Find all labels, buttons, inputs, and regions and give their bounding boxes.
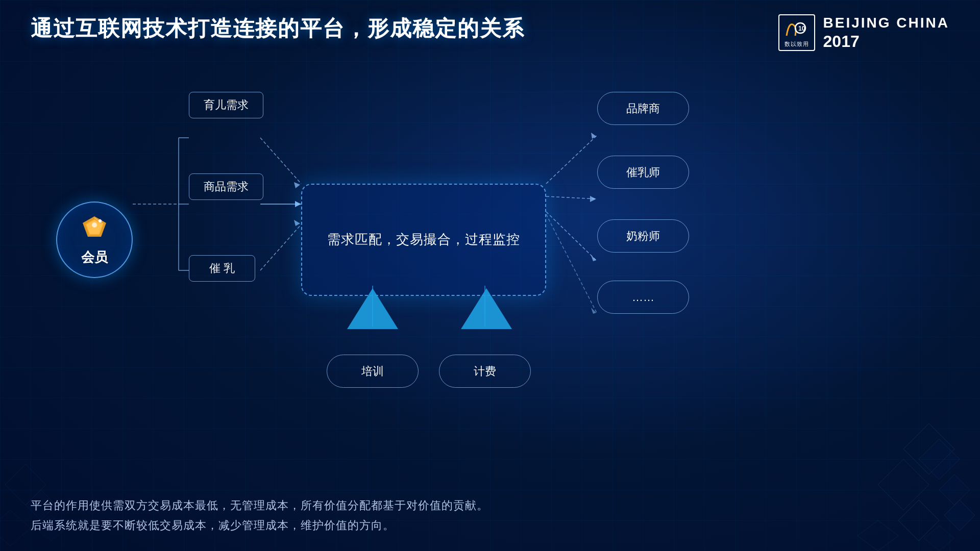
logo-text: BEIJING CHINA 2017 [823, 14, 949, 51]
logo-icon: 10 [784, 18, 810, 40]
svg-point-38 [92, 222, 97, 228]
svg-line-27 [546, 196, 597, 199]
logo-area: 10 数以致用 BEIJING CHINA 2017 [778, 14, 949, 51]
center-box: 需求匹配，交易撮合，过程监控 [301, 184, 546, 296]
right-ellipse-milk-powder: 奶粉师 [597, 219, 689, 253]
bottom-ellipse-training: 培训 [327, 355, 419, 388]
right-ellipse-lactation-consultant: 催乳师 [597, 156, 689, 189]
svg-marker-30 [591, 255, 596, 261]
footer-line-1: 平台的作用使供需双方交易成本最低，无管理成本，所有价值分配都基于对价值的贡献。 [31, 495, 949, 516]
need-box-lactation-label: 催 乳 [209, 262, 235, 274]
logo-text-year: 2017 [823, 32, 949, 51]
logo-box: 10 数以致用 [778, 14, 815, 51]
svg-text:10: 10 [798, 25, 805, 32]
header: 通过互联网技术打造连接的平台，形成稳定的关系 10 数以致用 BEIJING C… [0, 0, 980, 51]
svg-marker-23 [294, 182, 300, 188]
bottom-ellipse-billing: 计费 [439, 355, 531, 388]
svg-line-31 [546, 214, 597, 314]
footer: 平台的作用使供需双方交易成本最低，无管理成本，所有价值分配都基于对价值的贡献。 … [31, 495, 949, 536]
arrow-training-up [342, 288, 403, 329]
main-content: 通过互联网技术打造连接的平台，形成稳定的关系 10 数以致用 BEIJING C… [0, 0, 980, 551]
need-box-childcare: 育儿需求 [189, 92, 263, 118]
diagram-area: 会员 育儿需求 商品需求 催 乳 需求匹配，交易撮合，过程监控 品牌商 催乳师 … [31, 61, 949, 418]
member-diamond-icon [81, 214, 109, 245]
logo-text-main: BEIJING CHINA [823, 14, 949, 32]
svg-line-25 [546, 135, 597, 184]
member-circle: 会员 [56, 202, 133, 278]
need-box-goods: 商品需求 [189, 173, 263, 200]
svg-marker-24 [294, 220, 300, 226]
svg-marker-44 [461, 288, 512, 329]
logo-sub: 数以致用 [785, 40, 809, 48]
svg-line-19 [260, 138, 301, 184]
right-ellipse-more: …… [597, 281, 689, 314]
page-title: 通过互联网技术打造连接的平台，形成稳定的关系 [31, 14, 525, 43]
need-box-lactation: 催 乳 [189, 255, 255, 282]
svg-line-22 [260, 224, 301, 270]
footer-line-2: 后端系统就是要不断较低交易成本，减少管理成本，维护价值的方向。 [31, 515, 949, 536]
right-ellipse-brand: 品牌商 [597, 92, 689, 125]
center-box-text: 需求匹配，交易撮合，过程监控 [327, 229, 520, 251]
need-box-goods-label: 商品需求 [204, 180, 249, 193]
need-box-childcare-label: 育儿需求 [204, 98, 249, 111]
svg-line-29 [546, 212, 597, 261]
arrow-billing-up [456, 288, 517, 329]
svg-marker-43 [347, 288, 398, 329]
svg-marker-28 [590, 196, 596, 202]
svg-marker-21 [295, 201, 301, 207]
svg-marker-26 [591, 133, 596, 139]
member-label: 会员 [81, 248, 108, 266]
